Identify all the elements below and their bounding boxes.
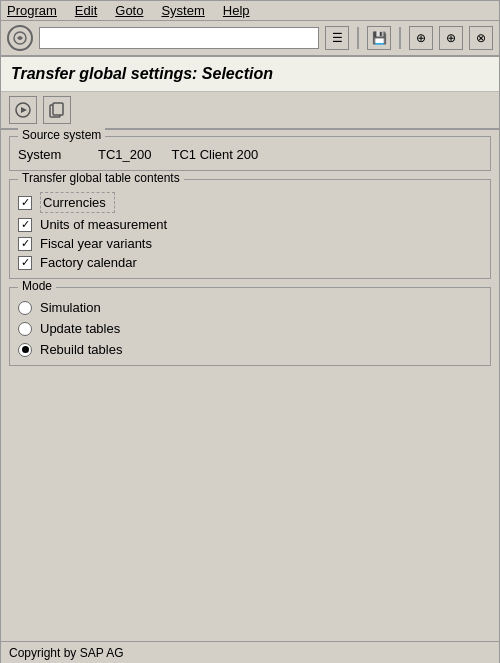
menu-item-system[interactable]: System [161,3,204,18]
source-system-id: TC1_200 [98,147,151,162]
list-item: Simulation [18,300,482,315]
currencies-checkbox[interactable] [18,196,32,210]
source-system-desc: TC1 Client 200 [171,147,258,162]
list-item: Currencies [18,192,482,213]
sap-logo-icon[interactable] [7,25,33,51]
source-system-title: Source system [18,128,105,142]
factory-calendar-checkbox[interactable] [18,256,32,270]
fiscal-year-checkbox[interactable] [18,237,32,251]
list-item: Update tables [18,321,482,336]
update-tables-label: Update tables [40,321,120,336]
toolbar: ☰ 💾 ⊕ ⊕ ⊗ [1,21,499,57]
transfer-section: Transfer global table contents Currencie… [9,179,491,279]
toolbar-list-icon[interactable]: ☰ [325,26,349,50]
radio-group: Simulation Update tables Rebuild tables [18,294,482,357]
toolbar-close-icon[interactable]: ⊗ [469,26,493,50]
simulation-radio[interactable] [18,301,32,315]
source-system-row: System TC1_200 TC1 Client 200 [18,143,482,162]
source-system-label: System [18,147,78,162]
fiscal-year-label: Fiscal year variants [40,236,152,251]
list-item: Units of measurement [18,217,482,232]
source-system-section: Source system System TC1_200 TC1 Client … [9,136,491,171]
footer-text: Copyright by SAP AG [9,646,124,660]
action-toolbar [1,92,499,130]
execute-button[interactable] [9,96,37,124]
toolbar-forward-icon[interactable]: ⊕ [439,26,463,50]
menu-item-help[interactable]: Help [223,3,250,18]
currencies-label: Currencies [40,192,115,213]
toolbar-separator [357,27,359,49]
mode-section: Mode Simulation Update tables Rebuild ta… [9,287,491,366]
simulation-label: Simulation [40,300,101,315]
main-content: Source system System TC1_200 TC1 Client … [1,130,499,372]
list-item: Factory calendar [18,255,482,270]
spacer [1,372,499,641]
toolbar-back-icon[interactable]: ⊕ [409,26,433,50]
svg-rect-3 [53,103,63,115]
mode-section-title: Mode [18,279,56,293]
toolbar-save-icon[interactable]: 💾 [367,26,391,50]
menu-item-goto[interactable]: Goto [115,3,143,18]
update-tables-radio[interactable] [18,322,32,336]
footer: Copyright by SAP AG [1,641,499,663]
toolbar-input[interactable] [39,27,319,49]
checkbox-group: Currencies Units of measurement Fiscal y… [18,186,482,270]
menu-bar: ProgramEditGotoSystemHelp [1,1,499,21]
toolbar-separator2 [399,27,401,49]
list-item: Rebuild tables [18,342,482,357]
transfer-section-title: Transfer global table contents [18,171,184,185]
page-title: Transfer global settings: Selection [1,57,499,92]
rebuild-tables-radio[interactable] [18,343,32,357]
units-checkbox[interactable] [18,218,32,232]
rebuild-tables-label: Rebuild tables [40,342,122,357]
menu-item-edit[interactable]: Edit [75,3,97,18]
menu-item-program[interactable]: Program [7,3,57,18]
units-label: Units of measurement [40,217,167,232]
copy-button[interactable] [43,96,71,124]
factory-calendar-label: Factory calendar [40,255,137,270]
list-item: Fiscal year variants [18,236,482,251]
